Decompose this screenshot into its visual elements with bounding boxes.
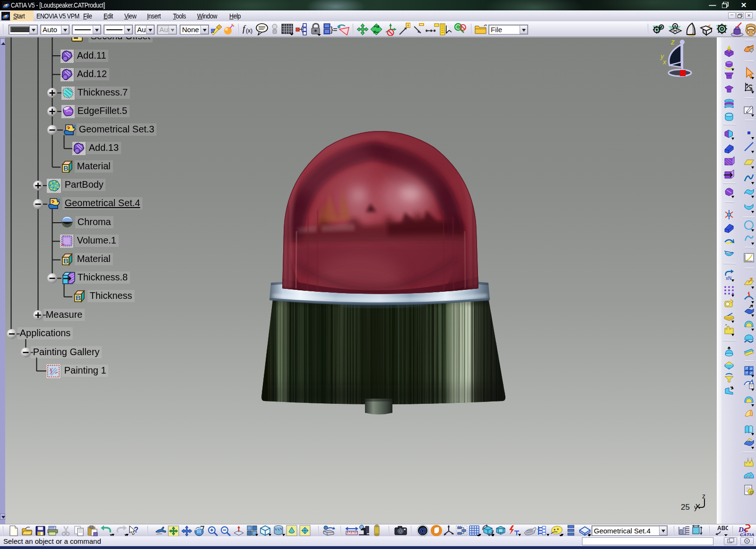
- svg-text:z: z: [670, 38, 675, 46]
- svg-text:?: ?: [134, 526, 139, 534]
- svg-text:x: x: [662, 58, 667, 66]
- svg-text:@: @: [419, 526, 427, 535]
- svg-text:ABC: ABC: [717, 525, 728, 532]
- svg-text:(x): (x): [246, 27, 252, 34]
- svg-text:z: z: [702, 493, 705, 500]
- svg-text:xN: xN: [726, 276, 731, 281]
- svg-text:@: @: [749, 490, 754, 495]
